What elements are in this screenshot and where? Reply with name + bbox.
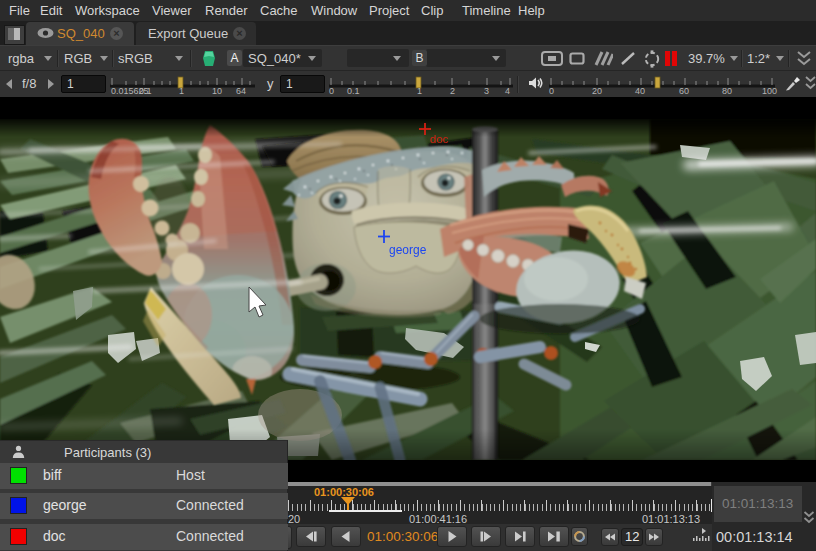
svg-text:george: george [389,243,427,257]
svg-text:doc: doc [430,133,449,145]
